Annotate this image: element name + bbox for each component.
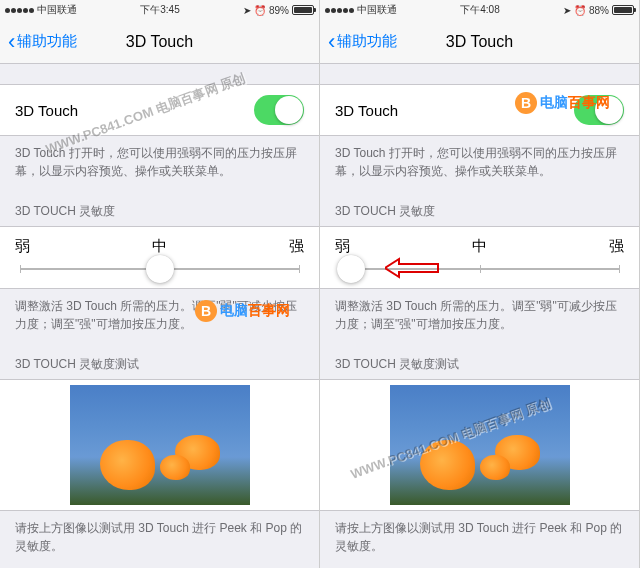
alarm-icon: ⏰ [574,5,586,16]
3dtouch-toggle[interactable] [254,95,304,125]
slider-thumb[interactable] [146,255,174,283]
slider-label-strong: 强 [289,237,304,256]
toggle-description: 3D Touch 打开时，您可以使用强弱不同的压力按压屏幕，以显示内容预览、操作… [0,136,319,188]
toggle-label: 3D Touch [335,102,398,119]
chevron-left-icon: ‹ [328,29,335,55]
battery-icon [612,5,634,15]
alarm-icon: ⏰ [254,5,266,16]
location-icon: ➤ [243,5,251,16]
toggle-description: 3D Touch 打开时，您可以使用强弱不同的压力按压屏幕，以显示内容预览、操作… [320,136,639,188]
test-desc: 请按上方图像以测试用 3D Touch 进行 Peek 和 Pop 的灵敏度。 [0,511,319,563]
battery-pct: 89% [269,5,289,16]
test-image-cell [320,379,639,511]
battery-pct: 88% [589,5,609,16]
test-image-cell [0,379,319,511]
time-label: 下午4:08 [460,3,499,17]
signal-icon [325,8,354,13]
test-header: 3D TOUCH 灵敏度测试 [0,341,319,379]
sensitivity-desc: 调整激活 3D Touch 所需的压力。调至"弱"可减少按压力度；调至"强"可增… [320,289,639,341]
carrier-label: 中国联通 [357,3,397,17]
test-desc: 请按上方图像以测试用 3D Touch 进行 Peek 和 Pop 的灵敏度。 [320,511,639,563]
back-label: 辅助功能 [17,32,77,51]
toggle-cell: 3D Touch [320,84,639,136]
arrow-annotation [385,257,440,279]
slider-label-mid: 中 [472,237,487,256]
slider-label-weak: 弱 [15,237,30,256]
nav-bar: ‹ 辅助功能 3D Touch [320,20,639,64]
test-image[interactable] [390,385,570,505]
sensitivity-header: 3D TOUCH 灵敏度 [0,188,319,226]
sensitivity-header: 3D TOUCH 灵敏度 [320,188,639,226]
sensitivity-slider[interactable] [340,268,619,270]
sensitivity-slider[interactable] [20,268,299,270]
slider-label-mid: 中 [152,237,167,256]
sensitivity-slider-cell: 弱 中 强 [0,226,319,289]
status-bar: 中国联通 下午3:45 ➤ ⏰ 89% [0,0,319,20]
sensitivity-desc: 调整激活 3D Touch 所需的压力。调至"弱"可减少按压力度；调至"强"可增… [0,289,319,341]
carrier-label: 中国联通 [37,3,77,17]
slider-label-weak: 弱 [335,237,350,256]
slider-thumb[interactable] [337,255,365,283]
test-image[interactable] [70,385,250,505]
nav-bar: ‹ 辅助功能 3D Touch [0,20,319,64]
status-bar: 中国联通 下午4:08 ➤ ⏰ 88% [320,0,639,20]
location-icon: ➤ [563,5,571,16]
toggle-label: 3D Touch [15,102,78,119]
toggle-cell: 3D Touch [0,84,319,136]
sensitivity-slider-cell: 弱 中 强 [320,226,639,289]
3dtouch-toggle[interactable] [574,95,624,125]
test-header: 3D TOUCH 灵敏度测试 [320,341,639,379]
back-label: 辅助功能 [337,32,397,51]
page-title: 3D Touch [126,33,193,51]
back-button[interactable]: ‹ 辅助功能 [328,29,397,55]
back-button[interactable]: ‹ 辅助功能 [8,29,77,55]
chevron-left-icon: ‹ [8,29,15,55]
signal-icon [5,8,34,13]
page-title: 3D Touch [446,33,513,51]
time-label: 下午3:45 [140,3,179,17]
slider-label-strong: 强 [609,237,624,256]
battery-icon [292,5,314,15]
